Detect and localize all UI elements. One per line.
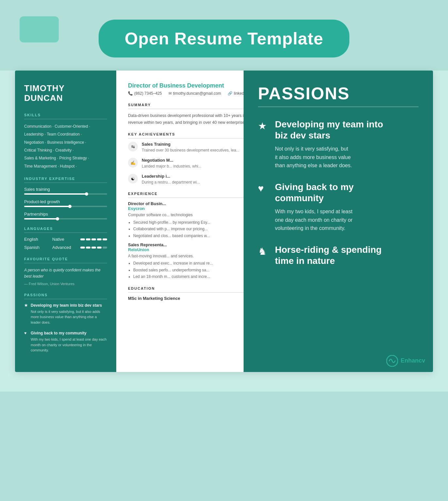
quote-text: A person who is quietly confident makes … xyxy=(24,267,107,280)
expertise-dot-2 xyxy=(68,205,72,208)
lang-dot xyxy=(103,247,107,249)
achievement-desc-1: Trained over 30 business development exe… xyxy=(142,147,239,153)
lang-dot xyxy=(91,238,96,240)
heart-icon: ♥ xyxy=(24,331,29,335)
passion-item-2: ♥ Giving back to my community With my tw… xyxy=(24,331,107,353)
enhancv-logo-icon xyxy=(386,355,398,367)
expertise-sales-training: Sales training xyxy=(24,187,107,195)
achievement-title-3: Leadership i... xyxy=(142,174,200,179)
enhancv-brand: Enhancv xyxy=(401,357,425,364)
quote-section-title: FAVOURITE QUOTE xyxy=(24,257,107,261)
passions-section-title: PASSIONS xyxy=(24,293,107,297)
lang-bar-english xyxy=(80,238,107,240)
skills-list: Communication · Customer-Oriented · Lead… xyxy=(24,123,107,170)
header-section: Open Resume Template xyxy=(0,0,448,71)
passion-overlay-2-header: ♥ Giving back to mycommunity xyxy=(258,182,419,203)
passion-item-1: ★ Developing my team into biz dev stars … xyxy=(24,303,107,325)
decorative-rect xyxy=(20,16,59,42)
passion-overlay-1-heading: Developing my team intobiz dev stars xyxy=(275,119,383,141)
language-spanish: Spanish Advanced xyxy=(24,245,107,250)
achievement-icon-2: ✍ xyxy=(128,158,138,168)
skills-line-4: Critical Thinking · Creativity · xyxy=(24,147,107,154)
achievement-title-2: Negotiation M... xyxy=(142,158,201,163)
lang-dot xyxy=(80,238,85,240)
achievement-desc-3: During a restru... department wi... xyxy=(142,179,200,185)
skills-line-2: Leadership · Team Coordination · xyxy=(24,131,107,137)
lang-dot xyxy=(97,238,102,240)
expertise-label-3: Partnerships xyxy=(24,212,107,217)
lang-dot xyxy=(80,247,85,249)
passion-overlay-3-heading: Horse-riding & spendingtime in nature xyxy=(275,244,382,266)
passion-overlay-2-desc: With my two kids, I spend at leastone da… xyxy=(258,207,419,233)
achievement-content-3: Leadership i... During a restru... depar… xyxy=(142,174,200,185)
expertise-bar-2 xyxy=(24,206,107,207)
edu-degree-1: MSc in Marketing Science xyxy=(128,296,180,301)
passion-overlay-3: ♞ Horse-riding & spendingtime in nature xyxy=(258,244,419,266)
skills-divider xyxy=(24,119,107,119)
passions-divider xyxy=(24,299,107,299)
lang-name-spanish: Spanish xyxy=(24,245,47,250)
lang-dot xyxy=(103,238,107,240)
industry-divider xyxy=(24,183,107,183)
header-pill: Open Resume Template xyxy=(99,20,350,57)
achievement-icon-1: ⇆ xyxy=(128,142,138,152)
expertise-fill-1 xyxy=(24,193,87,195)
expertise-label-1: Sales training xyxy=(24,187,107,192)
expertise-dot-1 xyxy=(85,192,88,196)
resume-main: Director of Business Development 📞 (862)… xyxy=(116,71,433,372)
achievement-title-1: Sales Training xyxy=(142,142,239,147)
passion-title-1: ★ Developing my team into biz dev stars xyxy=(24,303,107,308)
lang-dot xyxy=(97,247,102,249)
star-overlay-icon: ★ xyxy=(258,120,270,132)
passion-desc-1: Not only is it very satisfying, but it a… xyxy=(24,309,107,325)
passion-desc-2: With my two kids, I spend at least one d… xyxy=(24,337,107,353)
passion-overlay-2: ♥ Giving back to mycommunity With my two… xyxy=(258,182,419,233)
expertise-product-growth: Product-led growth xyxy=(24,199,107,207)
contact-phone: 📞 (862) 7345–425 xyxy=(128,91,162,96)
quote-author: — Fred Wilson, Union Ventures xyxy=(24,282,107,286)
lang-level-spanish: Advanced xyxy=(52,245,75,250)
expertise-fill-3 xyxy=(24,218,57,219)
industry-section-title: INDUSTRY EXPERTISE xyxy=(24,177,107,181)
quote-divider xyxy=(24,263,107,263)
passion-overlay-1: ★ Developing my team intobiz dev stars N… xyxy=(258,119,419,170)
achievement-content-1: Sales Training Trained over 30 business … xyxy=(142,142,239,153)
expertise-partnerships: Partnerships xyxy=(24,212,107,219)
passion-overlay-2-heading: Giving back to mycommunity xyxy=(275,182,354,203)
email-icon: ✉ xyxy=(168,91,172,96)
phone-icon: 📞 xyxy=(128,91,133,96)
enhancv-badge: Enhancv xyxy=(386,355,425,367)
passion-overlay-1-header: ★ Developing my team intobiz dev stars xyxy=(258,119,419,141)
skills-line-5: Sales & Marketing · Pricing Strategy · xyxy=(24,155,107,161)
language-english: English Native xyxy=(24,237,107,242)
skills-line-1: Communication · Customer-Oriented · xyxy=(24,123,107,130)
languages-divider xyxy=(24,233,107,233)
main-wrapper: TIMOTHY DUNCAN SKILLS Communication · Cu… xyxy=(0,71,448,392)
passions-overlay: PASSIONS ★ Developing my team intobiz de… xyxy=(244,71,433,372)
achievement-icon-3: ☯ xyxy=(128,174,138,184)
lang-bar-spanish xyxy=(80,247,107,249)
page-title: Open Resume Template xyxy=(125,29,324,48)
expertise-label-2: Product-led growth xyxy=(24,199,107,204)
expertise-bar-3 xyxy=(24,218,107,219)
heart-overlay-icon: ♥ xyxy=(258,183,270,194)
candidate-name: TIMOTHY DUNCAN xyxy=(24,84,107,103)
passion-overlay-3-header: ♞ Horse-riding & spendingtime in nature xyxy=(258,244,419,266)
lang-dot xyxy=(91,247,96,249)
achievement-desc-2: Landed major b... industries, whi... xyxy=(142,163,201,169)
lang-level-english: Native xyxy=(52,237,75,242)
lang-name-english: English xyxy=(24,237,47,242)
expertise-fill-2 xyxy=(24,206,70,207)
expertise-dot-3 xyxy=(56,217,59,220)
languages-section-title: LANGUAGES xyxy=(24,227,107,231)
star-icon: ★ xyxy=(24,303,29,308)
chess-overlay-icon: ♞ xyxy=(258,246,270,257)
expertise-bar-1 xyxy=(24,193,107,195)
contact-email: ✉ timothy.duncan@gmail.com xyxy=(168,91,221,96)
passion-title-2: ♥ Giving back to my community xyxy=(24,331,107,335)
skills-line-6: Time Management · Hubspot · xyxy=(24,163,107,170)
sidebar: TIMOTHY DUNCAN SKILLS Communication · Cu… xyxy=(15,71,116,372)
resume-card: TIMOTHY DUNCAN SKILLS Communication · Cu… xyxy=(15,71,433,372)
passions-overlay-title: PASSIONS xyxy=(258,84,419,107)
passion-overlay-1-desc: Not only is it very satisfying, butit al… xyxy=(258,145,419,170)
